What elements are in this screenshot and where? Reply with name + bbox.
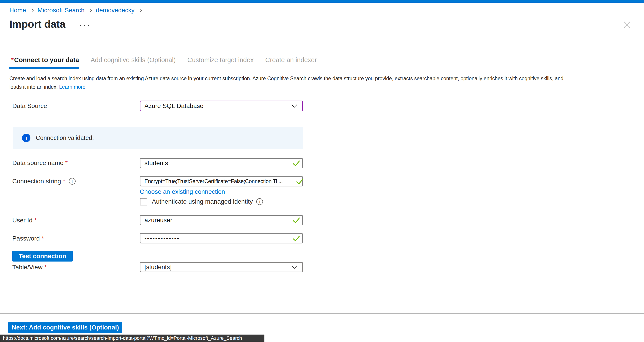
breadcrumb-demovedecky[interactable]: demovedecky [96,7,134,14]
managed-identity-label[interactable]: Authenticate using managed identity [152,198,253,205]
required-asterisk: * [65,160,68,166]
next-add-cognitive-skills-button[interactable]: Next: Add cognitive skills (Optional) [8,322,122,333]
tab-connect-to-your-data[interactable]: *Connect to your data [10,56,79,68]
valid-check-icon [292,160,300,166]
data-source-dropdown[interactable]: Azure SQL Database [140,100,303,111]
data-source-name-input[interactable] [140,158,303,168]
table-view-label: Table/View* [12,264,47,270]
footer-divider [0,313,644,314]
required-asterisk: * [11,56,14,64]
info-icon[interactable]: i [256,198,263,205]
azure-top-bar [0,0,644,3]
password-label: Password* [12,236,44,242]
data-source-value: Azure SQL Database [144,102,204,110]
chevron-down-icon [291,104,298,108]
wizard-tabs: *Connect to your data Add cognitive skil… [10,56,317,68]
password-input[interactable] [140,233,303,244]
chevron-right-icon [88,8,92,12]
description-line-2: loads it into an index. Learn more [10,83,564,91]
breadcrumb: Home Microsoft.Search demovedecky [10,7,146,14]
required-asterisk: * [42,236,44,242]
managed-identity-row: Authenticate using managed identity i [140,197,263,206]
user-id-label: User Id* [12,217,37,224]
valid-check-icon [292,235,300,242]
close-icon[interactable] [622,20,632,30]
choose-existing-connection-link[interactable]: Choose an existing connection [140,188,225,195]
password-field-wrapper [140,233,303,244]
breadcrumb-microsoft-search[interactable]: Microsoft.Search [38,7,84,14]
page-title: Import data [10,18,65,30]
valid-check-icon [292,217,300,223]
tab-customize-target-index[interactable]: Customize target index [188,56,254,68]
banner-message: Connection validated. [36,134,94,142]
more-options-icon[interactable] [79,24,90,28]
info-icon[interactable]: i [69,178,76,185]
test-connection-button[interactable]: Test connection [12,251,73,262]
managed-identity-checkbox[interactable] [140,198,147,206]
table-view-value: [students] [144,264,172,271]
chevron-right-icon [138,8,142,12]
required-asterisk: * [63,178,65,184]
link-preview-statusbar: https://docs.microsoft.com/azure/search/… [0,334,264,342]
user-id-input[interactable] [140,215,303,225]
tab-create-an-indexer[interactable]: Create an indexer [265,56,317,68]
data-source-name-field-wrapper [140,158,303,168]
page-description: Create and load a search index using dat… [10,74,564,91]
chevron-down-icon [291,265,298,269]
chevron-right-icon [30,8,34,12]
user-id-field-wrapper [140,215,303,225]
valid-check-icon [296,178,304,184]
statusbar-url: https://docs.microsoft.com/azure/search/… [3,335,242,341]
learn-more-link[interactable]: Learn more [59,84,86,90]
table-view-dropdown[interactable]: [students] [140,262,303,272]
required-asterisk: * [34,217,37,224]
tab-add-cognitive-skills[interactable]: Add cognitive skills (Optional) [90,56,176,68]
data-source-label: Data Source [12,103,47,109]
description-line-1: Create and load a search index using dat… [10,74,564,83]
info-icon: i [22,134,30,142]
connection-string-input[interactable] [140,176,303,186]
connection-validated-banner: i Connection validated. [13,127,303,149]
connection-string-label: Connection string* i [12,178,76,185]
connection-string-field-wrapper [140,176,303,186]
breadcrumb-home[interactable]: Home [10,7,26,14]
data-source-name-label: Data source name* [12,160,68,166]
required-asterisk: * [44,264,47,270]
